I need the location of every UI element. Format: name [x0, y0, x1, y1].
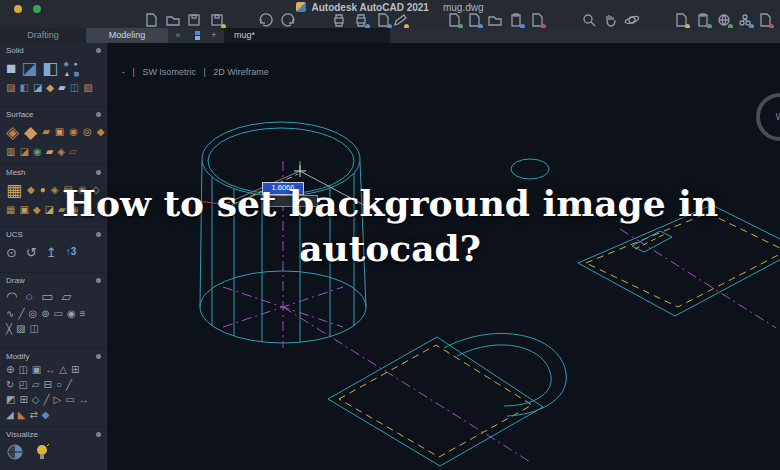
trim-tool-icon[interactable]: ◰	[18, 380, 27, 390]
doc-a-icon[interactable]	[757, 12, 773, 28]
point-group-icon[interactable]	[737, 12, 753, 28]
polyline-3d-tool-icon[interactable]: ▱	[62, 290, 72, 303]
tool-icon[interactable]: ◎	[83, 127, 92, 137]
extrude-tool-icon[interactable]: ◪	[21, 60, 37, 77]
point-tool-icon[interactable]: ◉	[67, 309, 76, 319]
rectangle-tool-icon[interactable]: ▭	[41, 290, 53, 303]
polysolid-tool-icon[interactable]: ◧	[42, 60, 58, 77]
blend-tool-icon[interactable]: ◣	[18, 410, 26, 420]
save-as-icon[interactable]	[209, 12, 225, 28]
chamfer-tool-icon[interactable]: ╱	[66, 380, 72, 390]
lengthen-tool-icon[interactable]: ╱	[44, 395, 50, 405]
donut-tool-icon[interactable]: ⊚	[41, 309, 49, 319]
export-doc-icon[interactable]	[375, 12, 391, 28]
doc-flag-icon[interactable]	[529, 12, 545, 28]
tool-icon[interactable]: ▱	[69, 147, 77, 157]
solid-mini-tools[interactable]: ◆●▲◼	[63, 59, 82, 78]
tool-icon[interactable]: ◫	[70, 83, 79, 93]
line-tool-icon[interactable]: ╱	[18, 309, 24, 319]
tool-icon[interactable]: ▰	[42, 127, 50, 137]
layout-grid-icon[interactable]	[189, 31, 201, 41]
array-tool-icon[interactable]: ⊞	[71, 365, 79, 375]
panel-visualize-header[interactable]: Visualize	[6, 429, 103, 440]
hatch-tool-icon[interactable]: ▨	[16, 324, 25, 334]
collapse-palette-button[interactable]: «	[170, 28, 186, 43]
mline-tool-icon[interactable]: ≡	[80, 309, 86, 319]
attach-doc-icon[interactable]	[466, 12, 482, 28]
box-tool-icon[interactable]: ■	[6, 60, 16, 77]
tool-icon[interactable]: ▣	[55, 127, 64, 137]
stretch-tool-icon[interactable]: ▣	[32, 365, 41, 375]
erase-tool-icon[interactable]: ⊟	[44, 380, 52, 390]
orbit-icon[interactable]	[624, 12, 640, 28]
viewport-view-name[interactable]: SW Isometric	[142, 67, 196, 77]
tab-modeling[interactable]: Modeling	[86, 28, 168, 43]
panel-gear-icon[interactable]	[96, 112, 101, 117]
offset-tool-icon[interactable]: ▱	[32, 380, 40, 390]
tool-icon[interactable]: ◪	[19, 147, 28, 157]
arc-tool-icon[interactable]: ◠	[6, 290, 17, 303]
viewport-controls[interactable]: - | SW Isometric | 2D Wireframe	[122, 67, 274, 77]
print-icon[interactable]	[331, 12, 347, 28]
panel-gear-icon[interactable]	[96, 432, 101, 437]
spline-tool-icon[interactable]: ∿	[6, 309, 14, 319]
panel-gear-icon[interactable]	[96, 48, 101, 53]
panel-mesh-header[interactable]: Mesh	[6, 167, 103, 178]
tab-drafting[interactable]: Drafting	[0, 28, 86, 43]
fillet-tool-icon[interactable]: ○	[56, 380, 62, 390]
rotate-tool-icon[interactable]: ↻	[6, 380, 14, 390]
undo-icon[interactable]	[258, 12, 274, 28]
swap-tool-icon[interactable]: ⇄	[29, 410, 37, 420]
panel-surface-header[interactable]: Surface	[6, 109, 103, 120]
viewport-visual-style[interactable]: 2D Wireframe	[213, 67, 269, 77]
edit-doc-pencil-icon[interactable]	[392, 12, 408, 28]
group-tool-icon[interactable]: ◆	[42, 410, 50, 420]
redo-icon[interactable]	[280, 12, 296, 28]
tool-icon[interactable]: ◪	[33, 83, 42, 93]
surface-loft-icon[interactable]: ◆	[24, 124, 37, 141]
mirror-tool-icon[interactable]: ↔	[45, 365, 55, 375]
tool-icon[interactable]: ▥	[6, 147, 15, 157]
break-tool-icon[interactable]: ◇	[32, 395, 40, 405]
move-tool-icon[interactable]: ⊕	[6, 365, 14, 375]
scale-tool-icon[interactable]: △	[59, 365, 67, 375]
copy-tool-icon[interactable]: ◫	[18, 365, 27, 375]
edit-poly-tool-icon[interactable]: ▭	[65, 395, 74, 405]
tool-icon[interactable]: ◆	[46, 83, 54, 93]
panel-gear-icon[interactable]	[96, 170, 101, 175]
tool-icon[interactable]: ▧	[83, 83, 92, 93]
panel-gear-icon[interactable]	[96, 354, 101, 359]
new-drawing-tab-button[interactable]: +	[206, 28, 222, 43]
doc-check-icon[interactable]	[673, 12, 689, 28]
materials-sphere-icon[interactable]	[6, 443, 24, 461]
pan-hand-icon[interactable]	[602, 12, 618, 28]
corner-tool-icon[interactable]: ◢	[6, 410, 14, 420]
panel-modify-header[interactable]: Modify	[6, 351, 103, 362]
explode-tool-icon[interactable]: ◩	[6, 395, 15, 405]
tool-icon[interactable]: ◆	[97, 127, 105, 137]
tool-icon[interactable]: ◉	[69, 127, 78, 137]
join-tool-icon[interactable]: ⊞	[19, 395, 27, 405]
tool-icon[interactable]: ◧	[19, 83, 28, 93]
rect2-tool-icon[interactable]: ▭	[54, 309, 63, 319]
flip-tool-icon[interactable]: ↔	[79, 395, 89, 405]
lightbulb-icon[interactable]	[34, 443, 50, 461]
surface-network-icon[interactable]: ◈	[6, 124, 19, 141]
align-tool-icon[interactable]: ▷	[54, 395, 62, 405]
viewport-control-button[interactable]: -	[122, 67, 125, 77]
tool-icon[interactable]: ◈	[57, 147, 65, 157]
panel-solid-header[interactable]: Solid	[6, 45, 103, 56]
zoom-window-icon[interactable]	[581, 12, 597, 28]
globe-sync-icon[interactable]	[716, 12, 732, 28]
open-file-icon[interactable]	[165, 12, 181, 28]
tool-icon[interactable]: ▰	[58, 83, 66, 93]
tool-icon[interactable]: ◉	[33, 147, 42, 157]
ellipse-tool-icon[interactable]: ◎	[28, 309, 37, 319]
panel-draw-header[interactable]: Draw	[6, 275, 103, 286]
save-icon[interactable]	[186, 12, 202, 28]
tool-icon[interactable]: ▰	[46, 147, 54, 157]
circle-tool-icon[interactable]: ○	[25, 290, 33, 303]
panel-gear-icon[interactable]	[96, 278, 101, 283]
file-tab-mug[interactable]: mug*	[224, 28, 390, 43]
import-doc-icon[interactable]	[446, 12, 462, 28]
